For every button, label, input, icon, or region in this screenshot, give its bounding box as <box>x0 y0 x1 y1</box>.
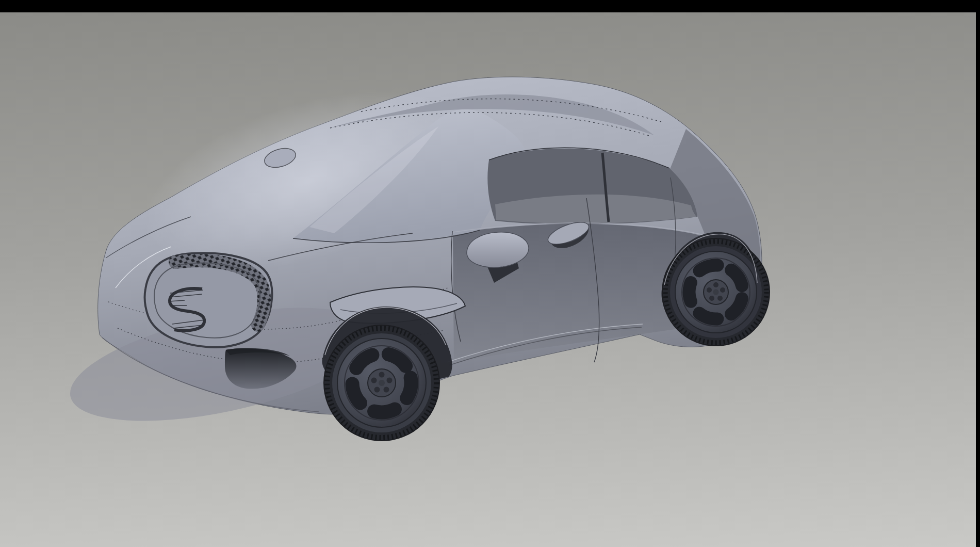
cad-viewport <box>0 0 980 547</box>
frame-top-bar <box>0 0 980 12</box>
render-canvas[interactable] <box>0 0 980 547</box>
front-center-cap <box>379 380 385 386</box>
front-grille <box>144 253 272 347</box>
frame-right-bar <box>976 0 980 547</box>
car-model <box>60 57 770 443</box>
front-wheel <box>324 325 439 441</box>
rear-center-cap <box>713 289 719 295</box>
